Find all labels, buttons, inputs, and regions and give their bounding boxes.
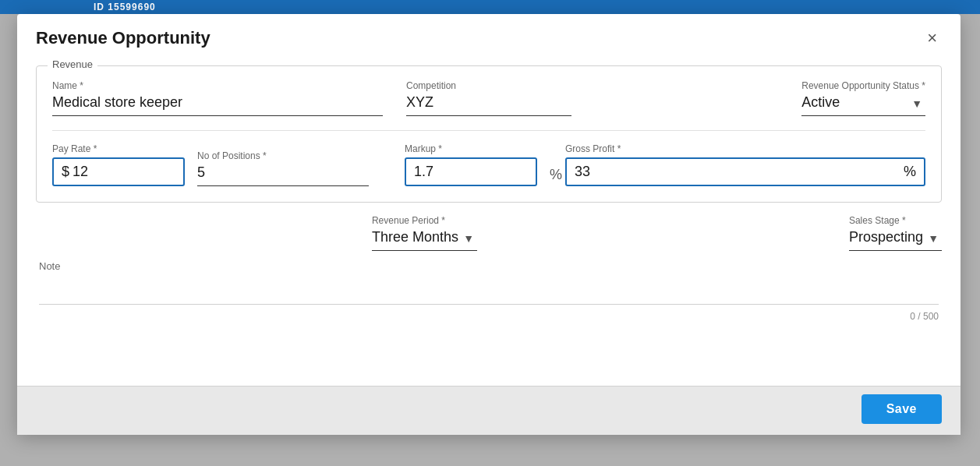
competition-label: Competition: [406, 80, 571, 91]
sales-stage-value[interactable]: Prospecting: [849, 229, 942, 251]
gross-profit-group: Gross Profit * 33 %: [565, 143, 925, 186]
pay-rate-prefix: $: [62, 164, 69, 180]
name-group: Name * Medical store keeper: [52, 80, 383, 116]
modal-body: Revenue Name * Medical store keeper Comp…: [17, 58, 961, 386]
gross-profit-label: Gross Profit *: [565, 143, 925, 154]
modal-header: Revenue Opportunity ×: [17, 14, 961, 58]
form-row-1: Name * Medical store keeper Competition …: [52, 80, 925, 116]
revenue-period-value[interactable]: Three Months: [372, 229, 477, 251]
name-value[interactable]: Medical store keeper: [52, 94, 383, 116]
form-row-2: Pay Rate * $ 12 No of Positions * 5 Mark…: [52, 143, 925, 186]
note-input[interactable]: [39, 277, 939, 305]
top-bar-id: ID 15599690: [94, 2, 156, 12]
form-row-3: Revenue Period * Three Months ▼ Sales St…: [36, 215, 942, 251]
note-counter: 0 / 500: [39, 311, 939, 322]
gross-profit-value[interactable]: 33: [575, 164, 590, 180]
markup-group: Markup * 1.7: [405, 143, 537, 186]
status-group: Revenue Opportunity Status * Active ▼: [595, 80, 925, 116]
positions-value[interactable]: 5: [197, 164, 369, 186]
revenue-period-label: Revenue Period *: [372, 215, 477, 226]
status-label: Revenue Opportunity Status *: [801, 80, 925, 91]
section-label: Revenue: [48, 58, 97, 70]
divider: [52, 130, 925, 131]
modal-footer: Save: [17, 386, 961, 435]
gross-profit-field[interactable]: 33 %: [565, 157, 925, 186]
sales-stage-label: Sales Stage *: [849, 215, 942, 226]
gross-profit-prefix: %: [550, 167, 562, 186]
positions-label: No of Positions *: [197, 150, 369, 161]
gross-profit-row: % Gross Profit * 33 %: [550, 143, 925, 186]
modal-dialog: Revenue Opportunity × Revenue Name * Med…: [17, 14, 961, 435]
pay-rate-label: Pay Rate *: [52, 143, 185, 154]
name-label: Name *: [52, 80, 383, 91]
competition-value[interactable]: XYZ: [406, 94, 571, 116]
gross-profit-suffix: %: [904, 164, 916, 180]
save-button[interactable]: Save: [861, 394, 942, 424]
note-label: Note: [39, 260, 939, 272]
sales-stage-group: Sales Stage * Prospecting ▼: [501, 215, 942, 251]
close-button[interactable]: ×: [922, 28, 942, 48]
top-bar: ID 15599690: [0, 0, 980, 14]
markup-label: Markup *: [405, 143, 537, 154]
pay-rate-field[interactable]: $ 12: [52, 157, 185, 186]
revenue-period-group: Revenue Period * Three Months ▼: [36, 215, 477, 251]
positions-group: No of Positions * 5: [197, 150, 369, 186]
status-value[interactable]: Active: [801, 94, 925, 116]
note-section: Note 0 / 500: [36, 260, 942, 322]
markup-value[interactable]: 1.7: [414, 164, 433, 179]
pay-rate-group: Pay Rate * $ 12: [52, 143, 185, 186]
competition-group: Competition XYZ: [406, 80, 571, 116]
pay-rate-value[interactable]: 12: [73, 164, 88, 180]
modal-title: Revenue Opportunity: [36, 28, 211, 48]
revenue-section: Revenue Name * Medical store keeper Comp…: [36, 65, 942, 203]
markup-field[interactable]: 1.7: [405, 157, 537, 186]
